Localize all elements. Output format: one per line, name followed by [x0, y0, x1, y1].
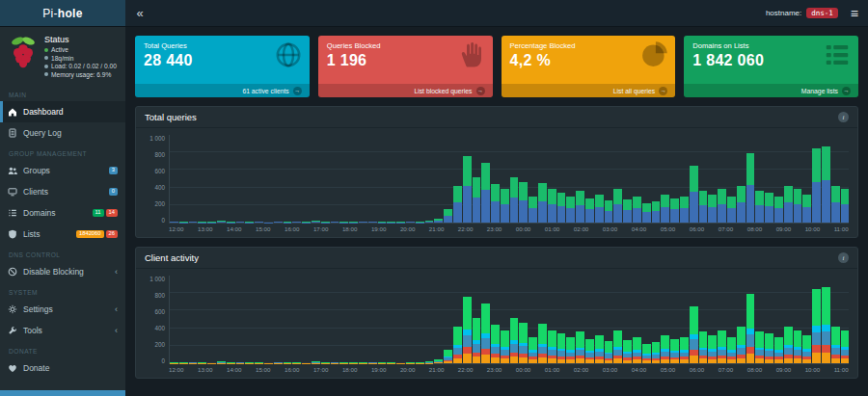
bar[interactable] [491, 135, 500, 223]
bar[interactable] [359, 135, 367, 223]
bar[interactable] [227, 276, 235, 363]
bar[interactable] [339, 276, 348, 363]
bar[interactable] [349, 276, 358, 363]
bar[interactable] [406, 135, 415, 223]
bar[interactable] [566, 276, 575, 363]
bar[interactable] [727, 276, 736, 363]
bar[interactable] [708, 135, 717, 223]
bar[interactable] [378, 135, 387, 223]
bar[interactable] [396, 276, 405, 363]
bar[interactable] [613, 276, 622, 363]
bar[interactable] [822, 276, 830, 363]
bar[interactable] [264, 135, 273, 223]
bar[interactable] [302, 276, 311, 363]
bar[interactable] [378, 276, 387, 363]
bar[interactable] [812, 276, 821, 363]
bar[interactable] [784, 135, 793, 223]
bar[interactable] [284, 135, 292, 223]
bar[interactable] [491, 276, 500, 363]
bar[interactable] [585, 135, 594, 223]
bar[interactable] [822, 135, 830, 223]
bar[interactable] [699, 276, 708, 363]
bar[interactable] [510, 276, 519, 363]
sidebar-item-settings[interactable]: Settings ‹ [0, 299, 125, 320]
bar[interactable] [755, 276, 764, 363]
bar[interactable] [227, 135, 235, 223]
bar[interactable] [727, 135, 736, 223]
bar[interactable] [765, 135, 773, 223]
bar[interactable] [264, 276, 273, 363]
bar[interactable] [292, 135, 301, 223]
bar[interactable] [339, 135, 348, 223]
bar[interactable] [312, 135, 320, 223]
bar[interactable] [170, 135, 178, 223]
bar[interactable] [189, 276, 198, 363]
bar[interactable] [623, 135, 632, 223]
bar[interactable] [387, 276, 395, 363]
bar[interactable] [585, 276, 594, 363]
bar[interactable] [255, 135, 263, 223]
bar[interactable] [613, 135, 622, 223]
bar[interactable] [812, 135, 821, 223]
bar[interactable] [774, 276, 783, 363]
bar[interactable] [538, 276, 547, 363]
bar[interactable] [284, 276, 292, 363]
bar[interactable] [406, 276, 415, 363]
bar[interactable] [349, 135, 358, 223]
bar[interactable] [670, 276, 679, 363]
sidebar-item-query-log[interactable]: Query Log [0, 122, 125, 144]
bar[interactable] [557, 135, 566, 223]
bar[interactable] [623, 276, 632, 363]
bar[interactable] [802, 276, 811, 363]
bar[interactable] [416, 276, 424, 363]
info-icon[interactable]: i [838, 252, 849, 263]
bar[interactable] [690, 276, 698, 363]
sidebar-item-donate[interactable]: Donate [0, 357, 125, 379]
bar[interactable] [794, 276, 802, 363]
percentage-blocked-card[interactable]: Percentage Blocked 4,2 % List all querie… [502, 36, 676, 97]
bar[interactable] [170, 276, 178, 363]
bar[interactable] [425, 276, 434, 363]
sidebar-item-disable-blocking[interactable]: Disable Blocking ‹ [0, 261, 125, 282]
bar[interactable] [179, 276, 188, 363]
bar[interactable] [292, 276, 301, 363]
bar[interactable] [510, 135, 519, 223]
bar[interactable] [605, 135, 613, 223]
bar[interactable] [501, 135, 509, 223]
bar[interactable] [680, 135, 689, 223]
bar[interactable] [661, 276, 669, 363]
bar[interactable] [519, 135, 528, 223]
bar[interactable] [481, 276, 490, 363]
sidebar-item-lists[interactable]: Lists 1842060 26 [0, 224, 125, 245]
hamburger-menu-icon[interactable]: ≡ [851, 7, 858, 20]
bar[interactable] [690, 135, 698, 223]
bar[interactable] [680, 276, 689, 363]
bar[interactable] [595, 135, 604, 223]
sidebar-item-dashboard[interactable]: Dashboard [0, 101, 125, 122]
bar[interactable] [737, 135, 746, 223]
bar[interactable] [274, 276, 283, 363]
bar[interactable] [217, 135, 226, 223]
card-footer-link[interactable]: 61 active clients → [135, 84, 310, 97]
bar[interactable] [396, 135, 405, 223]
bar[interactable] [755, 135, 764, 223]
bar[interactable] [198, 276, 206, 363]
bar[interactable] [595, 276, 604, 363]
bar[interactable] [566, 135, 575, 223]
bar[interactable] [245, 276, 254, 363]
bar[interactable] [453, 276, 462, 363]
bar[interactable] [473, 135, 481, 223]
bar[interactable] [841, 135, 850, 223]
bar[interactable] [557, 276, 566, 363]
bar[interactable] [444, 135, 452, 223]
bar[interactable] [198, 135, 206, 223]
card-footer-link[interactable]: List all queries → [502, 84, 676, 97]
bar[interactable] [633, 276, 641, 363]
bar[interactable] [217, 276, 226, 363]
bar[interactable] [331, 135, 339, 223]
bar[interactable] [321, 276, 330, 363]
bar[interactable] [605, 276, 613, 363]
brand-logo[interactable]: Pi-hole [0, 0, 125, 26]
bar[interactable] [652, 276, 661, 363]
card-footer-link[interactable]: List blocked queries → [318, 84, 493, 97]
